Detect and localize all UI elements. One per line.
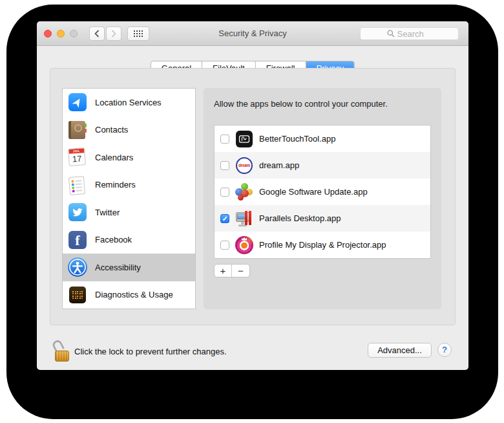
sidebar-item-label: Accessibility bbox=[95, 263, 141, 272]
search-field[interactable] bbox=[360, 27, 459, 40]
app-name: BetterTouchTool.app bbox=[259, 134, 336, 144]
advanced-button[interactable]: Advanced... bbox=[368, 343, 432, 358]
sidebar-item-label: Reminders bbox=[95, 180, 136, 190]
panel-heading: Allow the apps below to control your com… bbox=[214, 99, 388, 109]
title-bar: Security & Privacy bbox=[37, 21, 468, 46]
search-icon bbox=[387, 30, 395, 38]
privacy-tab-panel: Location Services Contacts JUL 17 Calend… bbox=[50, 68, 456, 325]
sidebar-item-label: Diagnostics & Usage bbox=[95, 290, 173, 299]
accessibility-figure-icon bbox=[68, 257, 87, 277]
app-checkbox[interactable]: ✓ bbox=[220, 161, 229, 170]
app-name: Profile My Display & Projector.app bbox=[259, 240, 386, 250]
app-name: Google Software Update.app bbox=[259, 187, 368, 197]
sidebar-item-diagnostics-usage[interactable]: Diagnostics & Usage bbox=[63, 281, 195, 309]
screenshot-stage: Security & Privacy General FileVault Fir… bbox=[0, 0, 504, 423]
sidebar-item-label: Contacts bbox=[95, 125, 128, 135]
parallels-desktop-icon bbox=[235, 210, 253, 228]
sidebar-item-facebook[interactable]: f Facebook bbox=[63, 226, 195, 254]
app-row-profile-my-display[interactable]: ✓ Profile My Display & Projector.app bbox=[215, 232, 430, 258]
sidebar-item-label: Facebook bbox=[95, 235, 132, 244]
app-row-dream[interactable]: ✓ dream dream.app bbox=[215, 152, 430, 179]
privacy-category-list: Location Services Contacts JUL 17 Calend… bbox=[62, 88, 196, 309]
app-checkbox[interactable]: ✓ bbox=[220, 135, 229, 144]
twitter-bird-icon bbox=[68, 203, 87, 221]
app-list: ✓ BetterTouchTool.app ✓ dream dream.app … bbox=[214, 125, 431, 259]
sidebar-item-location-services[interactable]: Location Services bbox=[63, 89, 195, 116]
contacts-book-icon bbox=[68, 121, 85, 139]
sidebar-item-reminders[interactable]: Reminders bbox=[63, 171, 195, 199]
sidebar-item-calendars[interactable]: JUL 17 Calendars bbox=[63, 144, 195, 171]
sidebar-item-accessibility[interactable]: Accessibility bbox=[63, 254, 195, 281]
app-row-bettertouchtool[interactable]: ✓ BetterTouchTool.app bbox=[215, 125, 430, 152]
app-row-parallels-desktop[interactable]: ✓ Parallels Desktop.app bbox=[215, 205, 430, 232]
search-input[interactable] bbox=[397, 29, 432, 39]
app-checkbox[interactable]: ✓ bbox=[220, 241, 229, 250]
sidebar-item-contacts[interactable]: Contacts bbox=[63, 116, 195, 144]
app-checkbox[interactable]: ✓ bbox=[220, 188, 229, 197]
app-checkbox[interactable]: ✓ bbox=[220, 214, 229, 223]
sidebar-item-twitter[interactable]: Twitter bbox=[63, 199, 195, 226]
remove-app-button[interactable]: − bbox=[232, 265, 249, 277]
bettertouchtool-icon bbox=[236, 131, 253, 147]
app-row-google-software-update[interactable]: ✓ Google Software Update.app bbox=[215, 179, 430, 205]
reminders-list-icon bbox=[68, 176, 85, 195]
security-privacy-window: Security & Privacy General FileVault Fir… bbox=[37, 21, 468, 370]
sidebar-item-label: Calendars bbox=[95, 153, 133, 162]
add-remove-controls: + − bbox=[214, 264, 250, 277]
location-arrow-icon bbox=[68, 93, 87, 111]
facebook-f-icon: f bbox=[68, 231, 87, 249]
profile-display-projector-icon bbox=[235, 236, 253, 254]
app-name: Parallels Desktop.app bbox=[259, 213, 341, 223]
sidebar-item-label: Location Services bbox=[95, 98, 162, 107]
dream-icon: dream bbox=[236, 157, 253, 174]
google-software-update-icon bbox=[235, 183, 253, 201]
help-button[interactable]: ? bbox=[437, 343, 452, 357]
diagnostics-grid-icon bbox=[69, 287, 86, 303]
lock-hint-text: Click the lock to prevent further change… bbox=[74, 347, 227, 356]
lock-button[interactable] bbox=[54, 340, 70, 362]
accessibility-detail-panel: Allow the apps below to control your com… bbox=[204, 88, 441, 309]
calendar-icon: JUL 17 bbox=[68, 147, 86, 166]
app-name: dream.app bbox=[259, 160, 299, 170]
sidebar-item-label: Twitter bbox=[95, 208, 120, 217]
add-app-button[interactable]: + bbox=[215, 265, 232, 277]
